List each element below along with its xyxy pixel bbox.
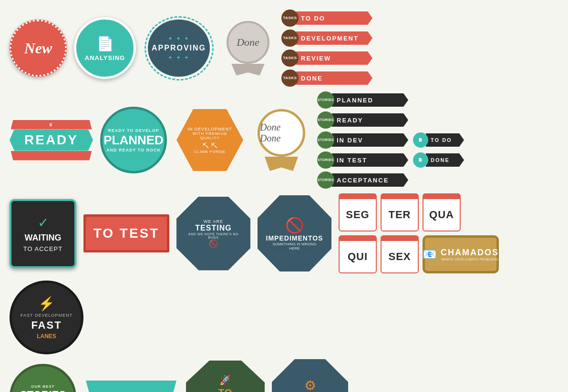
badge-analysing: 📄 ANALYSING — [74, 17, 136, 79]
fastlanes-sub: LANES — [37, 333, 56, 340]
right-panel: TASKS TO DO TASKS DEVELOPMENT TASKS REVI… — [281, 10, 415, 87]
badge-approving-stars2: ✦ ✦ ✦ — [168, 54, 190, 61]
tasks-circle-review: TASKS — [281, 50, 299, 67]
stories-indev-row: STORIES IN DEV 📄 TO DO — [317, 131, 464, 149]
main-area: New 📄 ANALYSING ✦ ✦ ✦ APPROVING ✦ ✦ ✦ Do… — [0, 0, 568, 392]
badge-impedimentos-sub: SOMETHING IS WRONG HERE — [267, 242, 322, 251]
fastlanes-top: FAST DEVELOPMENT — [21, 313, 72, 318]
chamados-icon: 📧 — [423, 248, 437, 261]
analysing-done-label: DONE — [426, 153, 464, 167]
cal-qui: QUI — [339, 235, 377, 273]
badge-approving-stars: ✦ ✦ ✦ — [168, 35, 190, 42]
calendar-chamados-area: SEG TER QUA QUI SEX 📧 CHAMADOS WHATS YOU… — [339, 193, 499, 273]
stories-circle-planned: STORIES — [317, 91, 334, 109]
badge-indev-icons: ⛏ ⛏ — [202, 142, 217, 150]
tasks-dev-row: TASKS DEVELOPMENT — [281, 30, 415, 47]
analysing-todo-label: TO DO — [426, 133, 464, 147]
row-2: ♛ READY READY TO DEVELOP PLANNED AND REA… — [10, 91, 558, 189]
calendar-row-2: QUI SEX 📧 CHAMADOS WHATS YOUR CLIENTS PR… — [339, 235, 499, 273]
cal-qua: QUA — [423, 193, 461, 231]
row-1: New 📄 ANALYSING ✦ ✦ ✦ APPROVING ✦ ✦ ✦ Do… — [10, 10, 558, 87]
badge-ready-wrap: ♛ READY — [10, 120, 93, 161]
badge-new-label: New — [24, 40, 52, 57]
badge-waiting-check: ✓ — [38, 215, 49, 231]
tasks-review-row: TASKS REVIEW — [281, 50, 415, 67]
tasks-done-row: TASKS DONE — [281, 70, 415, 87]
badge-stories-label: STORIES — [20, 389, 66, 392]
tasks-circle-dev: TASKS — [281, 30, 299, 47]
badge-testing-main: TESTING — [195, 224, 231, 232]
badge-topublish-main: TO PUBLISH — [196, 387, 255, 392]
badge-approving-outer: ✦ ✦ ✦ APPROVING ✦ ✦ ✦ — [145, 16, 214, 80]
badge-totest-label: TO TEST — [93, 226, 160, 241]
row-4: OUR BEST STORIES 🚀 🚀 DOCUMENTING 🚀 TO PU… — [10, 359, 558, 392]
stories-acceptance-label: ACCEPTANCE — [332, 173, 408, 187]
tasks-circle-done: TASKS — [281, 70, 299, 87]
stories-circle-intest: STORIES — [317, 151, 334, 169]
stories-indev-label: IN DEV — [332, 133, 408, 147]
badge-grooming: ⚙ GROOMING CLEANING THE DUSTED FEATURES — [272, 359, 348, 392]
tasks-circle-todo: TASKS — [281, 10, 299, 27]
tasks-done-label: DONE — [296, 71, 372, 85]
badge-indev-sub2: CLIMB FORGE — [194, 150, 226, 154]
badge-donedone-circle: Done Done — [258, 109, 305, 157]
badge-impedimentos: 🚫 IMPEDIMENTOS SOMETHING IS WRONG HERE — [258, 195, 331, 271]
badge-waiting-label2: TO ACCEPT — [23, 245, 62, 252]
badge-testing: WE ARE TESTING AND WE HOPE THERE'S NO BU… — [176, 197, 250, 271]
rocket-topublish-icon: 🚀 — [219, 374, 231, 386]
stories-circle-acceptance: STORIES — [317, 171, 334, 189]
tasks-todo-label: TO DO — [296, 11, 372, 25]
badge-chamados-main: CHAMADOS — [441, 248, 499, 258]
badge-approving-label: APPROVING — [152, 44, 206, 52]
badge-testing-sub: AND WE HOPE THERE'S NO BUGS — [186, 232, 241, 239]
document-icon: 📄 — [96, 35, 114, 52]
badge-impedimentos-main: IMPEDIMENTOS — [266, 234, 323, 242]
badge-waiting-label1: WAITING — [25, 233, 62, 243]
badge-documenting: DOCUMENTING — [86, 381, 176, 392]
badge-stories-top: OUR BEST — [31, 384, 54, 389]
badge-new: New — [10, 20, 67, 77]
badge-done-ribbon — [231, 64, 265, 76]
badge-indev: IN DEVELOPMENT WITH PREMIUM QUALITY ⛏ ⛏ … — [174, 107, 246, 173]
tasks-dev-label: DEVELOPMENT — [296, 31, 372, 45]
badge-planned-bot: AND READY TO ROCK — [106, 148, 161, 152]
fastlanes-main: FAST — [31, 319, 62, 332]
stories-ready-row: STORIES READY — [317, 111, 464, 129]
stories-ready-label: READY — [332, 113, 408, 127]
badge-donedone-label: Done Done — [260, 122, 303, 144]
badge-waiting: ✓ WAITING TO ACCEPT — [10, 199, 76, 268]
badge-stories: OUR BEST STORIES 🚀 🚀 — [10, 364, 76, 392]
analysing-circle-done: 📄 — [413, 152, 428, 168]
badge-documenting-wrap: DOCUMENTING — [83, 380, 179, 392]
cal-sex: SEX — [381, 235, 419, 273]
badge-topublish: 🚀 TO PUBLISH DEVELOPED AND TESTED — [186, 361, 265, 392]
analysing-circle-todo: 📄 — [413, 132, 428, 148]
no-bugs-icon: 🚫 — [209, 239, 218, 248]
badge-indev-hex: IN DEVELOPMENT WITH PREMIUM QUALITY ⛏ ⛏ … — [176, 109, 243, 171]
cal-ter: TER — [381, 193, 419, 231]
badge-planned-top: READY TO DEVELOP — [108, 128, 159, 133]
badge-impedimentos-icon: 🚫 — [285, 216, 304, 234]
badge-approving-inner: ✦ ✦ ✦ APPROVING ✦ ✦ ✦ — [148, 20, 210, 77]
stories-planned-row: STORIES PLANNED — [317, 91, 464, 109]
stories-intest-label: IN TEST — [332, 153, 408, 167]
badge-done-circle: Done — [227, 21, 269, 64]
badge-testing-top: WE ARE — [204, 219, 223, 224]
stories-circle-indev: STORIES — [317, 131, 334, 149]
badge-grooming-icon: ⚙ — [304, 378, 316, 392]
badge-donedone: Done Done — [253, 107, 310, 173]
cal-seg: SEG — [339, 193, 377, 231]
badge-totest: TO TEST — [83, 214, 169, 252]
badge-ready-crown: ♛ — [11, 120, 92, 130]
badge-ready-bot — [11, 151, 92, 161]
badge-planned-label: PLANNED — [103, 133, 164, 148]
badge-approving-wrap: ✦ ✦ ✦ APPROVING ✦ ✦ ✦ — [143, 15, 215, 81]
row-3: ✓ WAITING TO ACCEPT TO TEST WE ARE TESTI… — [10, 193, 558, 354]
stories-planned-label: PLANNED — [332, 93, 408, 107]
badge-done: Done — [222, 17, 274, 79]
badge-analysing-label: ANALYSING — [85, 54, 125, 61]
calendar-row-1: SEG TER QUA — [339, 193, 499, 231]
fastlanes-bolt: ⚡ — [38, 296, 55, 312]
badge-planned: READY TO DEVELOP PLANNED AND READY TO RO… — [100, 107, 167, 173]
badge-indev-sub: WITH PREMIUM QUALITY — [184, 131, 236, 140]
